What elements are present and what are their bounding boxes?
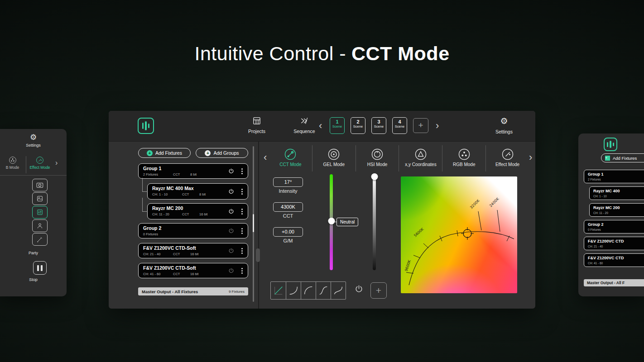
fixture-row[interactable]: F&V Z1200VC CTD CH: 21 - 40 <box>584 237 644 250</box>
intensity-slider[interactable] <box>373 174 376 270</box>
scrollbar-thumb[interactable] <box>253 214 254 232</box>
modes-next-icon[interactable]: › <box>55 159 58 167</box>
projects-grid-icon <box>252 116 261 125</box>
rgb-mode-icon <box>458 148 471 161</box>
output-power-button[interactable] <box>353 285 364 293</box>
tab-effect-mode[interactable]: Effect Mode <box>485 145 529 171</box>
tab-rgb-mode[interactable]: RGB Mode <box>442 145 485 171</box>
curve-ease-in-button[interactable] <box>286 282 301 299</box>
power-icon[interactable] <box>228 268 234 274</box>
add-preset-button[interactable]: + <box>370 282 387 299</box>
more-options-icon[interactable] <box>241 270 243 272</box>
effect-mode-icon <box>36 156 44 164</box>
page-title-regular: Intuitive Control - <box>194 43 346 64</box>
image-icon <box>36 195 43 202</box>
more-options-icon[interactable] <box>241 250 243 252</box>
chromaticity-diagram[interactable]: 9600K 5600K 3200K 2400K <box>401 176 517 293</box>
scene-tab-1[interactable]: 1 Scene <box>330 117 345 134</box>
power-icon[interactable] <box>228 248 234 254</box>
effect-mode-icon <box>501 148 514 161</box>
add-groups-button[interactable]: + Add Groups <box>196 148 248 158</box>
scene-tab-2[interactable]: 2 Scene <box>351 117 365 134</box>
more-options-icon[interactable] <box>241 171 243 172</box>
xy-coordinates-icon <box>414 148 427 161</box>
right-preview-panel: + Add Fixtures Group 1 2 Fixtures Rayzr … <box>578 133 644 296</box>
tab-rgb-mode-partial[interactable]: B Mode <box>0 156 25 170</box>
effect-preset-button-3[interactable] <box>32 206 48 219</box>
power-icon[interactable] <box>228 209 234 214</box>
scene-tab-3[interactable]: 3 Scene <box>371 117 386 134</box>
faders-icon <box>36 209 43 216</box>
stop-button[interactable] <box>33 261 47 275</box>
fixture-row[interactable]: F&V Z1200VC CTD-Soft CH: 41 - 60CCT16 bi… <box>138 263 248 278</box>
curve-inverse-s-button[interactable] <box>331 282 346 299</box>
page-title-bold: CCT Mode <box>351 43 450 64</box>
add-scene-button[interactable]: + <box>413 118 428 133</box>
more-options-icon[interactable] <box>241 230 243 232</box>
curve-ease-out-button[interactable] <box>301 282 316 299</box>
pencil-icon <box>36 236 43 243</box>
scene-tab-4[interactable]: 4 Scene <box>392 117 407 134</box>
group-row-2[interactable]: Group 2 0 Fixtures <box>138 223 248 238</box>
more-options-icon[interactable] <box>241 211 243 212</box>
green-magenta-slider[interactable] <box>330 174 333 270</box>
temp-label-9600k: 9600K <box>404 259 412 272</box>
power-icon[interactable] <box>228 228 234 234</box>
group-row-1[interactable]: Group 1 2 FixturesCCT8 bit <box>138 163 248 179</box>
sequence-button[interactable]: Sequence <box>288 116 320 135</box>
projects-button[interactable]: Projects <box>241 116 273 135</box>
intensity-value-field[interactable]: 17° <box>273 177 303 187</box>
effect-preset-button-4[interactable] <box>32 219 48 232</box>
master-output-row[interactable]: Master Output - All Fixtures 9 Fixtures <box>138 287 248 295</box>
power-icon[interactable] <box>228 168 234 174</box>
fixture-row[interactable]: Rayzr MC 400 Max CH: 1 - 10CCT8 bit <box>147 183 248 200</box>
gear-icon[interactable]: ⚙ <box>0 133 67 142</box>
group-row-2[interactable]: Group 2 0 Fixtures <box>584 220 644 233</box>
inverse-s-curve-icon <box>332 285 344 296</box>
app-logo-icon <box>604 138 617 151</box>
gm-value-field[interactable]: +0.00 <box>273 227 303 237</box>
master-output-row[interactable]: Master Output - All F <box>584 279 644 286</box>
plus-icon: + <box>605 156 610 161</box>
curve-linear-button[interactable] <box>271 282 286 299</box>
scene-prev-icon[interactable]: ‹ <box>319 121 322 131</box>
ease-in-curve-icon <box>288 285 299 296</box>
fixtures-panel: + Add Fixtures + Add Groups Group 1 2 Fi… <box>138 148 248 304</box>
fixture-row[interactable]: F&V Z1200VC CTD-Soft CH: 21 - 40CCT16 bi… <box>138 243 248 258</box>
more-options-icon[interactable] <box>241 191 243 192</box>
left-preview-panel: ⚙ Settings B Mode Effect Mode › Party St… <box>0 129 67 296</box>
cct-value-field[interactable]: 4300K <box>273 202 303 212</box>
page-title: Intuitive Control -CCT Mode <box>0 43 644 65</box>
planckian-locus-overlay: 9600K 5600K 3200K 2400K <box>401 176 517 293</box>
s-curve-icon <box>317 285 329 296</box>
effect-preset-button-5[interactable] <box>32 233 48 246</box>
effect-preset-button-1[interactable] <box>32 179 48 191</box>
tab-hsi-mode[interactable]: HSI Mode <box>356 145 399 171</box>
panel-divider-handle[interactable] <box>256 248 260 262</box>
app-window: Projects Sequence ‹ 1 Scene 2 Scene 3 Sc… <box>109 111 535 309</box>
fixture-row[interactable]: Rayzr MC 200 CH: 11 - 20 <box>589 203 644 217</box>
fixture-row[interactable]: Rayzr MC 200 CH: 11 - 20CCT16 bit <box>147 203 248 219</box>
effect-preset-button-2[interactable] <box>32 192 48 205</box>
scene-next-icon[interactable]: › <box>436 121 439 131</box>
fixture-row[interactable]: Rayzr MC 400 CH: 1 - 10 <box>589 186 644 200</box>
settings-button[interactable]: ⚙ Settings <box>488 116 520 135</box>
gm-slider-handle[interactable] <box>328 218 335 224</box>
mode-tabs: CCT Mode GEL Mode HSI Mode x,y Coordinat… <box>269 145 529 171</box>
modes-prev-icon[interactable]: ‹ <box>264 152 267 162</box>
add-fixtures-button[interactable]: + Add Fixtures <box>601 153 644 162</box>
stop-label: Stop <box>0 277 67 282</box>
tab-effect-mode[interactable]: Effect Mode <box>26 156 53 170</box>
power-icon[interactable] <box>228 189 234 195</box>
curve-s-button[interactable] <box>316 282 331 299</box>
tab-cct-mode[interactable]: CCT Mode <box>269 145 312 171</box>
modes-next-icon[interactable]: › <box>529 152 532 162</box>
intensity-slider-handle[interactable] <box>371 173 378 180</box>
tab-xy-coordinates[interactable]: x,y Coordinates <box>399 145 442 171</box>
add-fixtures-button[interactable]: + Add Fixtures <box>138 148 191 158</box>
linear-curve-icon <box>273 285 284 296</box>
tab-gel-mode[interactable]: GEL Mode <box>312 145 356 171</box>
fixtures-scrollbar[interactable] <box>253 146 254 302</box>
fixture-row[interactable]: F&V Z1200VC CTD CH: 41 - 60 <box>584 253 644 267</box>
group-row-1[interactable]: Group 1 2 Fixtures <box>584 170 644 183</box>
